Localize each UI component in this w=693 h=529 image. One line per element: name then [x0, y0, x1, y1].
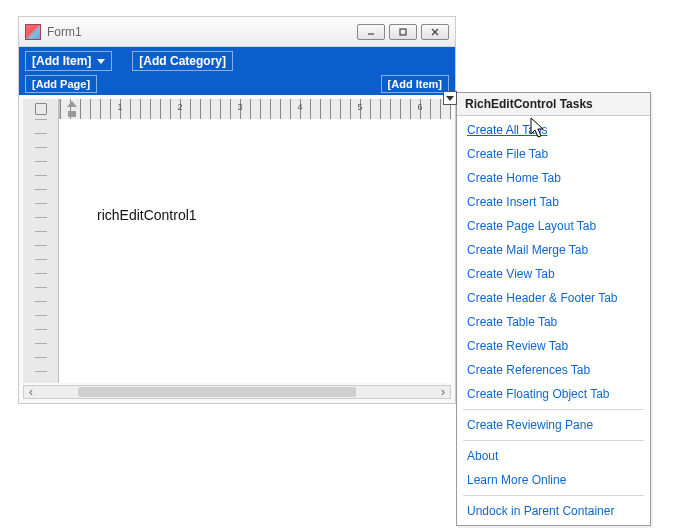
add-item-top-placeholder[interactable]: [Add Item] [25, 51, 112, 71]
vertical-ruler[interactable] [23, 119, 59, 383]
smart-tag-separator [463, 440, 644, 441]
ruler-number: 4 [297, 102, 302, 112]
ruler-number: 1 [117, 102, 122, 112]
smart-tag-item[interactable]: Create References Tab [457, 358, 650, 382]
smart-tag-panel: RichEditControl Tasks Create All TabsCre… [456, 92, 651, 526]
maximize-button[interactable] [389, 24, 417, 40]
horizontal-scrollbar[interactable]: ‹ › [23, 385, 451, 399]
smart-tag-item[interactable]: Create Insert Tab [457, 190, 650, 214]
tab-selector-icon[interactable] [23, 99, 59, 119]
minimize-button[interactable] [357, 24, 385, 40]
horizontal-ruler-scale[interactable]: 123456 [59, 99, 451, 119]
add-page-placeholder[interactable]: [Add Page] [25, 75, 97, 93]
form-icon [25, 24, 41, 40]
smart-tag-item[interactable]: Create Reviewing Pane [457, 413, 650, 437]
placeholder-text: richEditControl1 [97, 207, 197, 223]
scroll-left-button[interactable]: ‹ [24, 386, 38, 398]
ruler-number: 5 [357, 102, 362, 112]
close-button[interactable] [421, 24, 449, 40]
ribbon-bar: [Add Item] [Add Category] [Add Page] [Ad… [19, 47, 455, 95]
smart-tag-item[interactable]: Create Home Tab [457, 166, 650, 190]
window-title: Form1 [47, 25, 357, 39]
smart-tag-item[interactable]: Create Page Layout Tab [457, 214, 650, 238]
scroll-track[interactable] [38, 386, 436, 398]
scroll-thumb[interactable] [78, 387, 357, 397]
indent-marker-icon[interactable] [67, 101, 77, 117]
titlebar: Form1 [19, 17, 455, 47]
smart-tag-item[interactable]: Create Mail Merge Tab [457, 238, 650, 262]
richedit-content-area: 123456 richEditControl1 [23, 99, 451, 383]
scroll-right-button[interactable]: › [436, 386, 450, 398]
svg-rect-1 [400, 29, 406, 35]
smart-tag-item[interactable]: Create Review Tab [457, 334, 650, 358]
smart-tag-item[interactable]: Undock in Parent Container [457, 499, 650, 523]
smart-tag-title: RichEditControl Tasks [457, 93, 650, 116]
add-item-top-label: [Add Item] [32, 54, 91, 68]
ruler-number: 3 [237, 102, 242, 112]
smart-tag-separator [463, 409, 644, 410]
horizontal-ruler: 123456 [23, 99, 451, 119]
ruler-number: 6 [417, 102, 422, 112]
add-item-right-placeholder[interactable]: [Add Item] [381, 75, 449, 93]
chevron-down-icon [97, 59, 105, 64]
smart-tag-item[interactable]: Create View Tab [457, 262, 650, 286]
form-designer-surface: Form1 [Add Item] [Add Category] [Add Pag… [18, 16, 456, 404]
ruler-number: 2 [177, 102, 182, 112]
smart-tag-item[interactable]: About [457, 444, 650, 468]
add-category-placeholder[interactable]: [Add Category] [132, 51, 233, 71]
smart-tag-item[interactable]: Create All Tabs [457, 118, 650, 142]
smart-tag-separator [463, 495, 644, 496]
smart-tag-item[interactable]: Create Table Tab [457, 310, 650, 334]
smart-tag-item[interactable]: Create Floating Object Tab [457, 382, 650, 406]
document-canvas[interactable]: richEditControl1 [59, 119, 451, 383]
smart-tag-glyph[interactable] [443, 91, 457, 105]
smart-tag-item[interactable]: Create Header & Footer Tab [457, 286, 650, 310]
smart-tag-item[interactable]: Learn More Online [457, 468, 650, 492]
document-page: richEditControl1 [69, 139, 429, 369]
smart-tag-list: Create All TabsCreate File TabCreate Hom… [457, 116, 650, 525]
smart-tag-item[interactable]: Create File Tab [457, 142, 650, 166]
window-buttons [357, 24, 449, 40]
